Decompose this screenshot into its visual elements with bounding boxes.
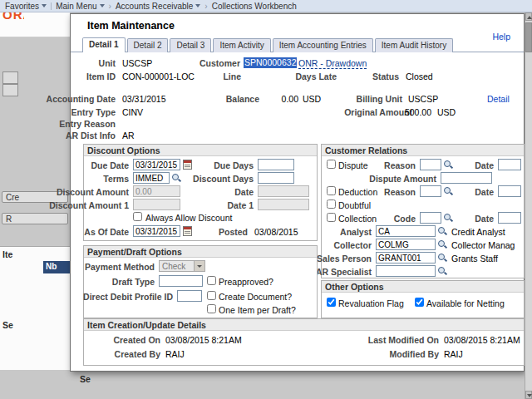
breadcrumb-collections-workbench[interactable]: Collections Workbench [212, 2, 297, 11]
collector-label: Collector [333, 240, 372, 250]
revaluation-flag-checkbox[interactable] [327, 298, 336, 307]
dispute-amount-input[interactable] [441, 172, 492, 184]
available-for-netting-checkbox[interactable] [415, 298, 424, 307]
last-modified-on-label: Last Modified On [368, 335, 439, 345]
tab-detail-3[interactable]: Detail 3 [170, 38, 211, 52]
tab-bar: Detail 1 Detail 2 Detail 3 Item Activity… [82, 37, 455, 52]
terms-lookup-icon[interactable] [172, 173, 181, 182]
customer-name-link[interactable]: ONR - Drawdown [298, 58, 367, 69]
billing-unit-detail-link[interactable]: Detail [487, 94, 510, 104]
collections-workbench-label: Collections Workbench [212, 2, 297, 11]
deduction-date-input[interactable] [498, 185, 521, 197]
due-date-label: Due Date [91, 160, 129, 170]
posted-label: Posted [219, 227, 248, 237]
doubtful-label: Doubtful [338, 200, 371, 210]
item-list-panel-fragment: Ite Nb Se [0, 246, 70, 370]
collection-checkbox[interactable] [327, 213, 336, 222]
doubtful-checkbox[interactable] [327, 200, 336, 209]
grid-header-fragment: Nb [43, 261, 70, 273]
customer-relations-title: Customer Relations [322, 145, 524, 156]
favorites-menu[interactable]: Favorites [5, 2, 47, 11]
due-days-input[interactable] [258, 159, 294, 170]
ar-specialist-input[interactable] [376, 265, 436, 277]
date-label: Date [234, 187, 254, 197]
due-date-input[interactable] [133, 159, 180, 170]
toolbar-button-fragment[interactable] [2, 71, 18, 84]
balance-label: Balance [226, 94, 259, 104]
collection-code-input[interactable] [420, 212, 441, 224]
billing-unit-label: Billing Unit [357, 94, 402, 104]
preapproved-label: Preapproved? [219, 277, 273, 287]
available-for-netting-label: Available for Netting [426, 298, 505, 308]
sales-person-description: Grants Staff [451, 254, 498, 264]
ar-dist-info-label: AR Dist Info [66, 131, 116, 140]
tab-item-audit-history[interactable]: Item Audit History [375, 38, 453, 52]
analyst-lookup-icon[interactable] [438, 226, 447, 235]
main-menu-label: Main Menu [56, 2, 96, 11]
payment-draft-options-title: Payment/Draft Options [84, 246, 317, 258]
as-of-date-input[interactable] [133, 225, 180, 237]
collection-date-input[interactable] [498, 212, 521, 224]
customer-id-link[interactable]: SPN0000632 [244, 57, 297, 68]
analyst-label: Analyst [340, 227, 372, 237]
caret-down-icon [195, 4, 200, 7]
item-list-label-fragment: Ite [2, 249, 12, 259]
discount-options-title: Discount Options [84, 145, 317, 156]
as-of-date-label: As Of Date [84, 227, 129, 237]
dispute-reason-lookup-icon[interactable] [444, 160, 453, 169]
direct-debit-profile-id-input[interactable] [177, 290, 202, 302]
analyst-description: Credit Analyst [451, 227, 505, 237]
sales-person-lookup-icon[interactable] [438, 253, 447, 262]
date-1-input [258, 199, 309, 210]
help-link[interactable]: Help [492, 32, 510, 42]
ar-specialist-lookup-icon[interactable] [438, 266, 447, 275]
terms-input[interactable] [133, 172, 170, 184]
billing-unit-value: USCSP [408, 94, 438, 104]
sales-person-input[interactable] [376, 252, 436, 264]
dispute-date-input[interactable] [498, 159, 521, 170]
analyst-input[interactable] [376, 225, 436, 237]
refresh-button-fragment[interactable]: R [2, 213, 68, 224]
original-amount-currency: USD [437, 107, 456, 117]
discount-amount-label: Discount Amount [57, 187, 129, 197]
due-date-calendar-icon[interactable] [183, 160, 192, 170]
as-of-date-calendar-icon[interactable] [183, 226, 192, 236]
breadcrumb-accounts-receivable[interactable]: Accounts Receivable [116, 2, 200, 11]
tab-item-accounting-entries[interactable]: Item Accounting Entries [273, 38, 373, 52]
preapproved-checkbox[interactable] [207, 276, 216, 285]
screen: Favorites Main Menu › Accounts Receivabl… [0, 0, 532, 399]
collector-lookup-icon[interactable] [438, 239, 447, 249]
collection-code-lookup-icon[interactable] [444, 213, 453, 222]
dispute-checkbox[interactable] [327, 160, 336, 169]
unit-value: USCSP [122, 58, 152, 68]
dispute-reason-label: Reason [384, 160, 416, 170]
scroll-down-button[interactable] [525, 391, 532, 399]
draft-type-label: Draft Type [112, 277, 155, 287]
dispute-reason-input[interactable] [420, 159, 441, 170]
one-item-per-draft-checkbox[interactable] [207, 304, 216, 313]
tab-detail-2[interactable]: Detail 2 [127, 38, 169, 52]
scrollbar-thumb[interactable] [525, 22, 532, 52]
caret-down-icon [42, 4, 47, 7]
always-allow-discount-label: Always Allow Discount [145, 213, 232, 223]
scroll-up-button[interactable] [525, 12, 532, 21]
payment-method-select: Check [159, 260, 205, 272]
toolbar-button-fragment[interactable] [2, 84, 18, 96]
deduction-reason-input[interactable] [420, 185, 441, 197]
main-menu[interactable]: Main Menu [56, 2, 104, 11]
create-document-checkbox[interactable] [207, 291, 216, 300]
date-input [258, 185, 309, 197]
direct-debit-profile-id-label: Direct Debit Profile ID [83, 292, 173, 302]
created-on-label: Created On [113, 335, 160, 345]
bottom-label-fragment: Se [80, 374, 91, 384]
due-days-label: Due Days [214, 160, 254, 170]
discount-days-input[interactable] [258, 172, 294, 184]
tab-item-activity[interactable]: Item Activity [213, 38, 270, 52]
vertical-scrollbar[interactable] [525, 12, 532, 399]
deduction-reason-lookup-icon[interactable] [444, 186, 453, 195]
always-allow-discount-checkbox[interactable] [133, 212, 142, 221]
tab-detail-1[interactable]: Detail 1 [82, 37, 126, 52]
draft-type-input[interactable] [159, 275, 203, 287]
collector-input[interactable] [376, 239, 436, 250]
deduction-checkbox[interactable] [327, 186, 336, 195]
